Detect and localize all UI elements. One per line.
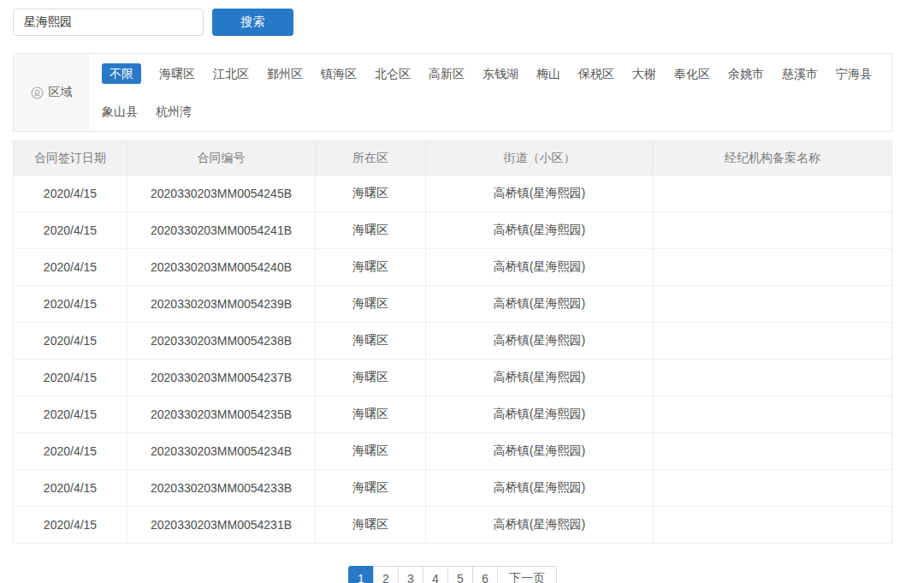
region-option-北仑区[interactable]: 北仑区 <box>375 63 411 84</box>
table-cell: 海曙区 <box>316 249 426 286</box>
table-cell: 海曙区 <box>316 360 426 396</box>
table-cell: 高桥镇(星海熙园) <box>426 396 654 433</box>
search-input[interactable] <box>13 9 204 36</box>
region-option-海曙区[interactable]: 海曙区 <box>159 63 195 84</box>
table-cell: 2020330203MM0054240B <box>127 249 316 286</box>
table-cell: 海曙区 <box>316 470 426 507</box>
table-cell: 2020/4/15 <box>14 396 127 433</box>
table-cell: 高桥镇(星海熙园) <box>426 175 654 212</box>
table-row: 2020/4/152020330203MM0054231B海曙区高桥镇(星海熙园… <box>14 507 892 544</box>
region-option-杭州湾[interactable]: 杭州湾 <box>156 101 192 122</box>
table-cell: 2020/4/15 <box>14 360 127 396</box>
column-header: 合同编号 <box>127 141 316 175</box>
table-cell: 海曙区 <box>316 175 426 212</box>
table-cell <box>654 249 892 286</box>
page-button-4[interactable]: 4 <box>423 566 448 583</box>
table-row: 2020/4/152020330203MM0054245B海曙区高桥镇(星海熙园… <box>14 175 892 212</box>
column-header: 合同签订日期 <box>14 141 127 175</box>
next-page-button[interactable]: 下一页 <box>497 566 557 583</box>
region-options: 不限海曙区江北区鄞州区镇海区北仑区高新区东钱湖梅山保税区大榭奉化区余姚市慈溪市宁… <box>89 54 891 131</box>
table-cell: 高桥镇(星海熙园) <box>426 507 654 544</box>
region-option-宁海县[interactable]: 宁海县 <box>836 63 872 84</box>
column-header: 街道（小区） <box>426 141 654 175</box>
region-option-不限[interactable]: 不限 <box>102 63 141 84</box>
table-row: 2020/4/152020330203MM0054235B海曙区高桥镇(星海熙园… <box>14 396 892 433</box>
table-cell: 高桥镇(星海熙园) <box>426 286 654 323</box>
table-cell: 海曙区 <box>316 433 426 470</box>
column-header: 经纪机构备案名称 <box>654 141 892 175</box>
table-row: 2020/4/152020330203MM0054238B海曙区高桥镇(星海熙园… <box>14 323 892 360</box>
region-option-余姚市[interactable]: 余姚市 <box>728 63 764 84</box>
region-option-高新区[interactable]: 高新区 <box>429 63 465 84</box>
table-cell: 2020/4/15 <box>14 323 127 360</box>
table-cell: 2020330203MM0054235B <box>127 396 316 433</box>
table-cell <box>654 433 892 470</box>
table-cell: 2020330203MM0054239B <box>127 286 316 323</box>
region-filter-label-cell: 区域 <box>14 54 89 131</box>
location-circle-icon <box>31 86 44 99</box>
table-row: 2020/4/152020330203MM0054237B海曙区高桥镇(星海熙园… <box>14 360 892 396</box>
column-header: 所在区 <box>316 141 426 175</box>
table-cell: 海曙区 <box>316 323 426 360</box>
region-option-慈溪市[interactable]: 慈溪市 <box>782 63 818 84</box>
table-cell <box>654 470 892 507</box>
table-cell: 高桥镇(星海熙园) <box>426 323 654 360</box>
table-cell: 海曙区 <box>316 286 426 323</box>
table-cell <box>654 360 892 396</box>
table-cell: 2020330203MM0054234B <box>127 433 316 470</box>
table-cell <box>654 507 892 544</box>
table-row: 2020/4/152020330203MM0054233B海曙区高桥镇(星海熙园… <box>14 470 892 507</box>
region-option-江北区[interactable]: 江北区 <box>213 63 249 84</box>
table-row: 2020/4/152020330203MM0054241B海曙区高桥镇(星海熙园… <box>14 212 892 249</box>
table-cell: 2020330203MM0054241B <box>127 212 316 249</box>
table-cell: 2020330203MM0054245B <box>127 175 316 212</box>
table-cell <box>654 396 892 433</box>
region-option-梅山[interactable]: 梅山 <box>536 63 560 84</box>
table-row: 2020/4/152020330203MM0054234B海曙区高桥镇(星海熙园… <box>14 433 892 470</box>
table-cell: 2020330203MM0054233B <box>127 470 316 507</box>
table-row: 2020/4/152020330203MM0054239B海曙区高桥镇(星海熙园… <box>14 286 892 323</box>
table-cell: 海曙区 <box>316 396 426 433</box>
table-cell: 海曙区 <box>316 212 426 249</box>
page-button-2[interactable]: 2 <box>373 566 399 583</box>
page-button-1[interactable]: 1 <box>348 566 374 583</box>
table-cell: 高桥镇(星海熙园) <box>426 470 654 507</box>
table-cell: 2020/4/15 <box>14 212 127 249</box>
table-cell <box>654 212 892 249</box>
region-option-鄞州区[interactable]: 鄞州区 <box>267 63 303 84</box>
region-option-东钱湖[interactable]: 东钱湖 <box>483 63 518 84</box>
table-row: 2020/4/152020330203MM0054240B海曙区高桥镇(星海熙园… <box>14 249 892 286</box>
header-row: 合同签订日期合同编号所在区街道（小区）经纪机构备案名称 <box>14 141 892 175</box>
region-option-大榭[interactable]: 大榭 <box>632 63 656 84</box>
page-button-6[interactable]: 6 <box>472 566 498 583</box>
table-cell: 2020330203MM0054231B <box>127 507 316 544</box>
region-option-象山县[interactable]: 象山县 <box>102 101 138 122</box>
region-filter: 区域 不限海曙区江北区鄞州区镇海区北仑区高新区东钱湖梅山保税区大榭奉化区余姚市慈… <box>13 53 892 132</box>
pagination: 123456下一页 <box>348 566 557 583</box>
table-header: 合同签订日期合同编号所在区街道（小区）经纪机构备案名称 <box>14 141 892 175</box>
region-option-奉化区[interactable]: 奉化区 <box>674 63 710 84</box>
table-cell: 2020/4/15 <box>14 249 127 286</box>
table-cell: 2020/4/15 <box>14 286 127 323</box>
page-button-3[interactable]: 3 <box>398 566 424 583</box>
table-cell <box>654 323 892 360</box>
contracts-table: 合同签订日期合同编号所在区街道（小区）经纪机构备案名称 2020/4/15202… <box>13 140 892 544</box>
table-cell: 高桥镇(星海熙园) <box>426 433 654 470</box>
table-cell: 高桥镇(星海熙园) <box>426 249 654 286</box>
table-cell <box>654 175 892 212</box>
table-cell: 2020330203MM0054238B <box>127 323 316 360</box>
search-button[interactable]: 搜索 <box>212 9 293 36</box>
table-cell: 2020/4/15 <box>14 175 127 212</box>
table-cell: 2020/4/15 <box>14 433 127 470</box>
table-cell: 高桥镇(星海熙园) <box>426 212 654 249</box>
table-cell: 高桥镇(星海熙园) <box>426 360 654 396</box>
table-cell: 2020330203MM0054237B <box>127 360 316 396</box>
region-option-镇海区[interactable]: 镇海区 <box>321 63 357 84</box>
table-cell <box>654 286 892 323</box>
table-body: 2020/4/152020330203MM0054245B海曙区高桥镇(星海熙园… <box>14 175 892 544</box>
search-bar: 搜索 <box>13 0 892 36</box>
page-button-5[interactable]: 5 <box>447 566 473 583</box>
region-option-保税区[interactable]: 保税区 <box>578 63 614 84</box>
table-cell: 2020/4/15 <box>14 470 127 507</box>
region-filter-label: 区域 <box>49 85 73 100</box>
